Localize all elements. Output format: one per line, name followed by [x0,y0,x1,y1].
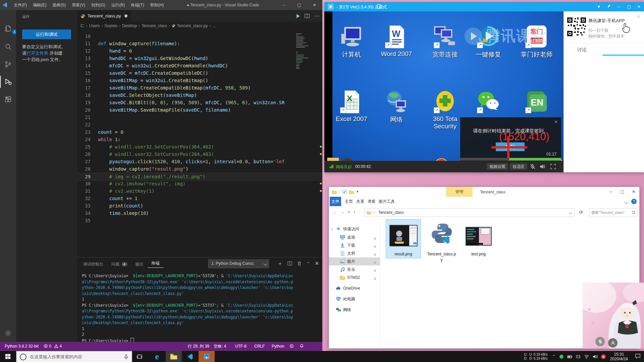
status-problems[interactable]: 0 4 [44,342,62,351]
minimize-icon[interactable]: ─ [605,187,616,197]
code-line-12[interactable]: 12 hwnd = 0 [77,47,322,55]
breadcrumb-item[interactable]: C: [80,23,85,28]
feedback-icon[interactable] [289,342,294,351]
close-icon[interactable]: ✕ [628,187,639,197]
code-line-32[interactable]: 32 count += 1 [77,195,322,202]
maximize-panel-icon[interactable]: ⌃ [307,261,310,266]
search-icon[interactable] [4,43,12,51]
code-line-25[interactable]: 25 # windll.user32.SetCursorPos(364,462) [77,143,322,150]
volume-icon[interactable] [592,354,598,359]
close-icon[interactable]: ✕ [554,119,558,124]
kill-terminal-icon[interactable] [297,261,302,266]
speaker-icon[interactable] [539,164,545,170]
breadcrumb-item[interactable]: Desktop [122,23,137,28]
close-icon[interactable]: ✕ [307,0,322,10]
code-line-21[interactable]: 21 [77,114,322,121]
breadcrumb-item[interactable]: Tencent_class [142,23,167,28]
open-folder-link[interactable]: 打开文件夹 [26,51,48,56]
ribbon-tab-共享[interactable]: 共享 [355,197,366,206]
sidebar-item-OneDrive[interactable]: ›OneDrive [329,284,380,292]
dropdown-arrow-icon[interactable]: ▼ [594,2,604,11]
close-icon[interactable]: ✕ [634,2,644,11]
notifications-bell-icon[interactable] [300,342,304,351]
network-wifi-icon[interactable] [584,354,589,359]
task-view-button[interactable] [131,351,148,362]
adaptive-quality-button[interactable]: 自适应 [510,163,527,170]
desktop-icon-宽带连接[interactable]: ↗宽带连接 [429,25,461,59]
code-line-18[interactable]: 18 saveDC.SelectObject(saveBitMap) [77,92,322,99]
address-path[interactable]: Tencent_class [378,210,404,215]
status-line-col[interactable]: 行 29, 列 39 [188,342,209,351]
split-editor-icon[interactable] [305,13,310,18]
sidebar-item-桌面[interactable]: 桌面 [329,233,380,241]
net-speed-indicator[interactable]: U:U: 0.19 kB/s D:D: 5.19 kB/s [524,353,547,361]
code-line-13[interactable]: 13 hwndDC = win32gui.GetWindowDC(hwnd) [77,55,322,62]
address-dropdown-icon[interactable] [569,211,572,215]
desktop-icon-网络[interactable]: 网络 [380,90,413,124]
status-language[interactable]: Python [272,342,284,351]
minimap[interactable] [295,31,318,84]
status-eol[interactable]: CRLF [254,342,265,351]
show-hidden-icons-button[interactable]: ⌃ [552,354,555,359]
battery-icon[interactable] [567,354,573,359]
taskbar-clock[interactable]: 15:31 2020/4/24 [610,352,628,361]
tab-tencent-class-py[interactable]: Tencent_class.py [77,10,131,22]
desktop-icon-360 Tota[interactable]: ↗360 TotaSecurity [429,90,461,130]
code-editor[interactable]: 1011def window_capture(filename):12 hwnd… [77,31,322,257]
maximize-icon[interactable]: ▢ [291,0,307,10]
breadcrumb-item[interactable]: ... [212,23,216,28]
file-test.png[interactable]: test.png [461,219,496,258]
search-box[interactable]: 搜索"Tencent_class" [589,208,638,217]
classroom-taskbar-button[interactable] [199,351,215,362]
ribbon-tab-查看[interactable]: 查看 [366,197,377,206]
start-button[interactable] [0,351,16,362]
code-line-35[interactable]: 35 [77,217,322,224]
menu-查看[interactable]: 查看(V) [69,2,88,8]
sidebar-item-图片[interactable]: 图片 [329,257,380,265]
panel-tab-0[interactable]: 调试控制台 [79,261,107,267]
desktop-icon-endnote[interactable]: EN↗ [521,90,553,114]
sidebar-item-文档[interactable]: 文档 [329,249,380,257]
sogou-input-icon[interactable]: S [601,354,606,359]
code-line-15[interactable]: 15 saveDC = mfcDC.CreateCompatibleDC() [77,69,322,77]
desktop-icon-Excel 2007[interactable]: X↗Excel 2007 [335,90,368,123]
split-terminal-icon[interactable] [287,261,292,266]
code-line-31[interactable]: 31 # cv2.waitKey(1) [77,187,322,195]
settings-gear-icon[interactable] [4,329,12,337]
folder-icon[interactable] [332,190,337,194]
code-line-24[interactable]: 24while 1: [77,136,322,143]
expander-chevron-icon[interactable]: › [331,295,332,303]
ribbon-tab-文件[interactable]: 文件 [330,197,341,206]
menu-帮助[interactable]: 帮助(H) [147,2,167,8]
run-python-file-icon[interactable] [297,14,300,18]
sidebar-item-音乐[interactable]: 音乐 [329,265,380,274]
address-bar[interactable]: › Tencent_class [364,208,575,217]
taskbar-search-box[interactable]: 在这里输入你要搜索的内容 [16,351,132,362]
breadcrumb[interactable]: C:›Users›Suyixiu›Desktop›Tencent_class›T… [80,22,216,30]
help-icon[interactable]: ? [631,199,637,204]
cam-user-icon[interactable] [608,338,618,348]
breadcrumb-item[interactable]: Users [89,23,100,28]
status-encoding[interactable]: UTF-8 [235,342,247,351]
menu-编辑[interactable]: 编辑(E) [30,2,49,8]
action-center-button[interactable] [633,353,643,360]
code-line-22[interactable]: 22 [77,121,322,128]
desktop-icon-计算机[interactable]: 计算机 [335,25,368,59]
code-line-10[interactable]: 10 [77,33,322,40]
code-line-14[interactable]: 14 mfcDC = win32ui.CreateDCFromHandle(hw… [77,62,322,69]
code-line-29[interactable]: 29 # img = cv2.imread("./result.png") [77,173,322,181]
status-indent[interactable]: 空格: 4 [214,342,226,351]
up-icon[interactable]: ↑ [353,209,356,215]
fullscreen-icon[interactable] [550,164,556,170]
code-line-33[interactable]: 33 print(count) [77,202,322,209]
refresh-icon[interactable]: ⟳ [576,208,587,216]
explorer-icon[interactable]: 1 [4,24,12,32]
terminal-output[interactable]: PS C:\Users\Suyixiu> ${env:DEBUGPY_LAUNC… [82,273,293,344]
menu-终端[interactable]: 终端(T) [128,2,147,8]
sidebar-item-STM32[interactable]: STM32 [329,274,380,282]
tray-green-status-icon[interactable] [559,354,564,359]
recent-locations-icon[interactable]: ▼ [347,210,351,214]
panel-tab-3[interactable]: 终端 [148,260,164,268]
code-line-17[interactable]: 17 saveBitMap.CreateCompatibleBitmap(mfc… [77,84,322,92]
qat-dropdown-icon[interactable]: ▼ [356,190,359,193]
